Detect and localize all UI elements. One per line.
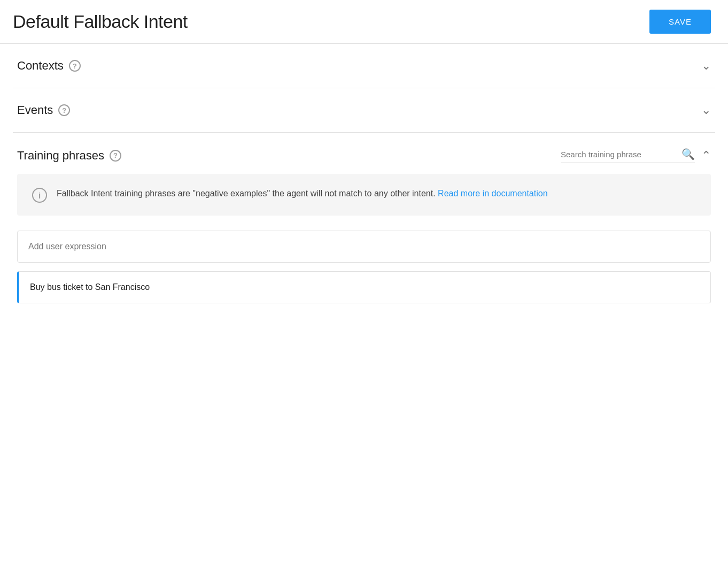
contexts-chevron-icon[interactable]: ⌄ xyxy=(701,60,711,72)
contexts-title-group: Contexts ? xyxy=(17,59,81,73)
contexts-help-icon[interactable]: ? xyxy=(69,60,81,72)
events-title-group: Events ? xyxy=(17,103,70,117)
training-phrases-section: Training phrases ? 🔍 ⌃ i Fallback Intent… xyxy=(13,133,715,303)
events-section: Events ? ⌄ xyxy=(13,88,715,133)
training-phrases-title: Training phrases xyxy=(17,149,104,163)
info-text: Fallback Intent training phrases are "ne… xyxy=(57,187,548,201)
add-user-expression-input[interactable] xyxy=(28,242,700,251)
info-box: i Fallback Intent training phrases are "… xyxy=(17,174,711,216)
search-icon: 🔍 xyxy=(681,148,695,160)
page-title: Default Fallback Intent xyxy=(13,11,188,32)
search-training-phrase-input[interactable] xyxy=(561,150,678,159)
phrase-item[interactable]: Buy bus ticket to San Francisco xyxy=(17,271,711,303)
training-title-group: Training phrases ? xyxy=(17,149,121,163)
main-content: Contexts ? ⌄ Events ? ⌄ Training phrases xyxy=(0,44,728,303)
events-section-header[interactable]: Events ? ⌄ xyxy=(17,103,711,117)
expression-input-container xyxy=(17,231,711,263)
info-circle-icon: i xyxy=(32,188,47,203)
contexts-section-header[interactable]: Contexts ? ⌄ xyxy=(17,59,711,73)
training-phrases-header: Training phrases ? 🔍 ⌃ xyxy=(17,148,711,163)
info-documentation-link[interactable]: Read more in documentation xyxy=(438,189,547,198)
training-phrases-help-icon[interactable]: ? xyxy=(110,150,121,162)
training-phrases-controls: 🔍 ⌃ xyxy=(561,148,711,163)
save-button[interactable]: SAVE xyxy=(649,10,711,34)
events-help-icon[interactable]: ? xyxy=(58,104,70,116)
info-message: Fallback Intent training phrases are "ne… xyxy=(57,189,436,198)
events-chevron-icon[interactable]: ⌄ xyxy=(701,104,711,116)
events-title: Events xyxy=(17,103,53,117)
phrase-text: Buy bus ticket to San Francisco xyxy=(30,282,150,292)
search-container: 🔍 xyxy=(561,148,695,163)
contexts-section: Contexts ? ⌄ xyxy=(13,44,715,88)
contexts-title: Contexts xyxy=(17,59,64,73)
page-header: Default Fallback Intent SAVE xyxy=(0,0,728,44)
training-phrases-chevron-icon[interactable]: ⌃ xyxy=(701,149,711,163)
